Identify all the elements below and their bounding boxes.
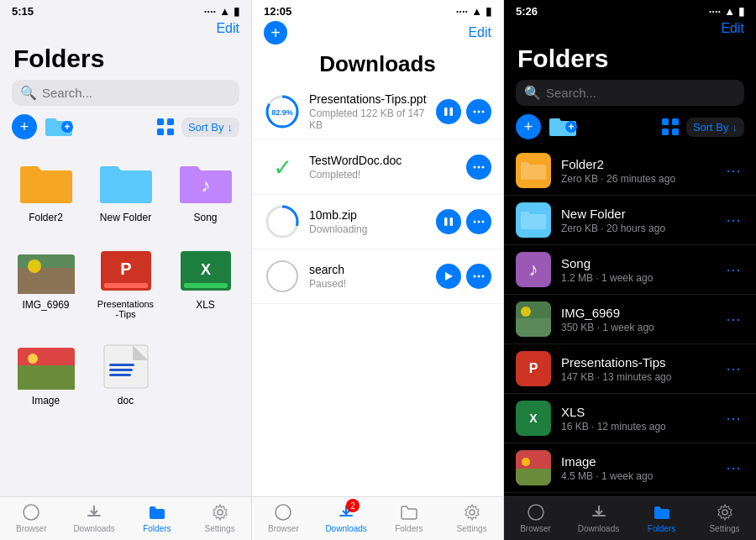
add-button-3[interactable]: + [516,114,541,139]
panel-downloads: 12:05 ···· ▲ ▮ + Edit Downloads 82.9% Pr… [252,0,504,540]
folder-icon-img [16,245,76,296]
tab-settings-1[interactable]: Settings [188,502,251,533]
grid-toggle-1[interactable] [156,118,175,136]
info-new-folder-dark: New Folder Zero KB · 20 hours ago [561,207,712,234]
meta-xls-dark: 16 KB · 12 minutes ago [561,421,712,433]
list-item[interactable]: ♪ Song 1.2 MB · 1 week ago ⋯ [504,245,756,295]
list-item[interactable]: IMG_6969 [10,239,81,326]
tab-folders-1[interactable]: Folders [126,502,189,533]
play-button-search[interactable] [436,264,461,289]
edit-button-1[interactable]: Edit [216,21,239,36]
search-icon-1: 🔍 [20,85,37,101]
info-ppt-dark: Presentations-Tips 147 KB · 13 minutes a… [561,355,712,383]
more-button-zip[interactable] [466,209,491,234]
sort-button-1[interactable]: Sort By ↓ [181,118,239,137]
list-item[interactable]: Folder2 [10,151,81,230]
list-item[interactable]: doc [90,334,161,413]
list-item[interactable]: Image [10,334,81,413]
tab-downloads-2[interactable]: 2 Downloads [315,502,378,533]
edit-button-3[interactable]: Edit [721,21,744,36]
tab-folders-3[interactable]: Folders [630,502,693,533]
svg-point-45 [478,221,480,223]
list-item[interactable]: P Presentations-Tips [90,239,161,326]
list-item[interactable]: ♪ Song [170,151,241,230]
grid-toggle-3[interactable] [661,118,680,136]
search-bar-1[interactable]: 🔍 [12,80,239,106]
tab-browser-1[interactable]: Browser [0,502,63,533]
svg-rect-4 [157,128,164,135]
downloads-list: 82.9% Presentations-Tips.ppt Completed 1… [252,84,503,496]
add-button-1[interactable]: + [12,114,37,139]
toolbar-3: + + Sort By ↓ [504,114,756,146]
meta-new-folder-dark: Zero KB · 20 hours ago [561,223,712,234]
folders-grid-container-1: Folder2 New Folder ♪ Son [7,148,244,417]
more-button-img-dark[interactable]: ⋯ [722,307,744,332]
thumb-song-dark: ♪ [516,252,551,287]
svg-rect-21 [104,345,148,388]
thumb-xls-dark: X [516,401,551,436]
add-folder-button-3[interactable]: + [548,115,578,139]
thumb-img-dark [516,301,551,337]
tab-browser-2[interactable]: Browser [252,502,315,533]
signal-icon-2: ···· [456,5,468,18]
more-button-image-dark[interactable]: ⋯ [722,455,744,480]
tab-downloads-1[interactable]: Downloads [63,502,126,533]
tab-settings-3[interactable]: Settings [693,502,756,533]
svg-text:P: P [120,260,131,278]
sort-button-3[interactable]: Sort By ↓ [686,118,744,137]
tab-label-browser-3: Browser [520,524,551,533]
svg-marker-48 [445,272,453,280]
tab-browser-3[interactable]: Browser [504,502,567,533]
pause-button-zip[interactable] [436,209,461,234]
tab-folders-2[interactable]: Folders [378,502,441,533]
download-status-search: Paused! [309,278,428,290]
add-folder-button-1[interactable]: + [44,115,74,139]
svg-point-46 [482,221,485,223]
more-button-new-folder-dark[interactable]: ⋯ [722,207,744,233]
tab-settings-2[interactable]: Settings [440,502,503,533]
svg-point-34 [474,111,476,113]
top-bar-2: + Edit [252,21,503,48]
sort-label-3: Sort By [693,121,729,134]
list-item[interactable]: Folder2 Zero KB · 26 minutes ago ⋯ [504,146,756,196]
svg-text:+: + [568,121,574,133]
battery-icon-2: ▮ [486,5,491,18]
more-button-search[interactable] [466,264,491,289]
tab-downloads-3[interactable]: Downloads [567,502,630,533]
more-button-ppt[interactable] [466,99,491,124]
status-icons-1: ···· ▲ ▮ [204,5,239,18]
list-item[interactable]: P Presentations-Tips 147 KB · 13 minutes… [504,344,756,394]
tab-label-settings-3: Settings [709,524,739,533]
more-button-folder2-dark[interactable]: ⋯ [722,158,744,183]
add-download-button[interactable]: + [264,21,287,45]
list-item[interactable]: New Folder [90,151,161,230]
search-input-1[interactable] [42,86,231,100]
more-button-xls-dark[interactable]: ⋯ [722,406,744,431]
svg-text:P: P [529,361,538,375]
progress-ring-ppt: 82.9% [264,93,301,130]
search-bar-3[interactable]: 🔍 [516,80,744,106]
list-item[interactable]: Image 4.5 MB · 1 week ago ⋯ [504,443,756,493]
meta-folder2-dark: Zero KB · 26 minutes ago [561,173,712,185]
folders-list-dark: Folder2 Zero KB · 26 minutes ago ⋯ New F… [504,146,756,496]
svg-rect-60 [672,128,679,135]
svg-point-63 [521,307,531,317]
folder-label-img: IMG_6969 [22,299,69,311]
edit-button-2[interactable]: Edit [468,25,491,40]
svg-point-73 [528,505,543,520]
pause-button-ppt[interactable] [436,99,461,124]
folder-icon-song: ♪ [176,158,236,208]
svg-point-49 [474,275,476,278]
more-button-doc[interactable] [466,155,491,180]
folder-label-song: Song [193,212,217,223]
list-item[interactable]: New Folder Zero KB · 20 hours ago ⋯ [504,196,756,245]
svg-point-35 [478,111,480,113]
list-item[interactable]: X XLS 16 KB · 12 minutes ago ⋯ [504,394,756,443]
more-button-song-dark[interactable]: ⋯ [722,257,744,282]
top-bar-3: Edit [504,21,756,41]
search-input-3[interactable] [546,86,736,100]
more-button-ppt-dark[interactable]: ⋯ [722,356,744,381]
list-item[interactable]: X XLS [170,239,241,326]
list-item[interactable]: IMG_6969 350 KB · 1 week ago ⋯ [504,295,756,344]
folders-icon-3 [652,502,672,522]
